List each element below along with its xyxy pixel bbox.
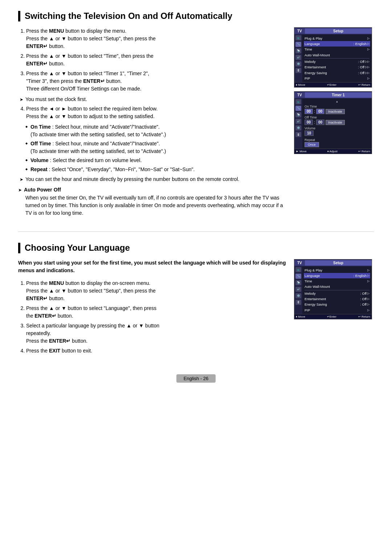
menu-item-plug: Plug & Play ▷: [304, 36, 370, 41]
setup-menu-items: Plug & Play ▷ Language : English ▷ Time: [302, 35, 372, 82]
menu2-item-plug: Plug & Play ▷: [304, 267, 370, 273]
menu2-item-time: Time ▷: [304, 278, 370, 284]
section1-screenshots: TV Setup 📺 🔧 📡 🔊 ⚙️ 🎛: [294, 27, 374, 154]
setup-menu-2-header: TV Setup: [294, 259, 372, 266]
icon-3: 📡: [295, 48, 301, 53]
s2-step-1: Press the MENU button to display the on-…: [26, 279, 287, 302]
section1-title: Switching the Television On and Off Auto…: [18, 11, 374, 21]
timer-menu-title: Timer 1: [332, 93, 344, 97]
section2-instructions: When you start using your set for the fi…: [18, 259, 287, 358]
s2-step-4: Press the EXIT button to exit.: [26, 347, 287, 355]
timer-menu-icons: 📺 🔧 📡 🔊 ⚙️ 🎛: [294, 98, 302, 149]
on-time-row: 00 : 00 Inactivate: [305, 109, 369, 114]
timer-items: ▲ On Time 00 : 00 Inactivate Off Time 00: [302, 98, 372, 149]
setup-menu-footer: ♦ Move ↵Enter ↩ Return: [294, 82, 372, 87]
menu2-item-wall: Auto Wall-Mount: [304, 284, 370, 289]
bullet-list: On Time : Select hour, minute and "Activ…: [18, 123, 287, 173]
section2-steps: Press the MENU button to display the on-…: [18, 279, 287, 355]
icon-2: 🔧: [295, 42, 301, 47]
timer-menu-footer: ► Move ♦ Adjust ↩ Return: [294, 149, 372, 154]
icon2-3: 📡: [295, 280, 301, 285]
menu2-item-energy: Energy Saving : Off ▷: [304, 302, 370, 307]
menu2-divider: [305, 290, 369, 290]
step-4: Press the ◄ or ► button to select the re…: [26, 105, 287, 120]
section2-screenshots: TV Setup 📺 🔧 📡 🔊 ⚙️ 🎛: [294, 259, 374, 319]
repeat-label: Repeat: [305, 138, 369, 142]
timer-menu-header: TV Timer 1: [294, 92, 372, 98]
on-time-btn: Inactivate: [326, 109, 345, 114]
section-divider: [18, 231, 374, 232]
section1-steps: Press the MENU button to display the men…: [18, 27, 287, 93]
bullet-on-time: On Time : Select hour, minute and "Activ…: [25, 123, 287, 138]
timer-menu-screenshot: TV Timer 1 📺 🔧 📡 🔊 ⚙️ 🎛: [294, 91, 372, 154]
menu2-item-entertainment: Entertainment : Off ▷: [304, 296, 370, 302]
section1: Switching the Television On and Off Auto…: [18, 11, 374, 217]
tv-label-2: TV: [294, 92, 305, 98]
icon-5: ⚙️: [295, 61, 301, 67]
off-time-row: 00 : 00 Inactivate: [305, 120, 369, 125]
setup-menu-2-body: 📺 🔧 📡 🔊 ⚙️ 🎛 Plug & Play ▷ Langu: [294, 266, 372, 314]
section2-content: When you start using your set for the fi…: [18, 259, 374, 358]
auto-power-header: Auto Power Off: [18, 187, 287, 193]
section1-instructions: Press the MENU button to display the men…: [18, 27, 287, 217]
setup-menu-body: 📺 🔧 📡 🔊 ⚙️ 🎛 Plug & Play ▷ Langu: [294, 35, 372, 82]
icon2-6: 🎛: [295, 300, 301, 305]
bullet-repeat: Repeat : Select "Once", "Everyday", "Mon…: [25, 166, 287, 173]
tv-label-1: TV: [294, 28, 305, 34]
step-2: Press the ▲ or ▼ button to select "Time"…: [26, 52, 287, 68]
off-time-hour: 00: [305, 120, 313, 125]
icon2-1: 📺: [295, 267, 301, 272]
s2-step-3: Select a particular language by pressing…: [26, 322, 287, 345]
menu2-item-language: Language : English ▷: [304, 273, 370, 278]
bullet-volume: Volume : Select the desired turn on volu…: [25, 157, 287, 164]
timer-icon-1: 📺: [295, 99, 301, 104]
setup-menu-screenshot: TV Setup 📺 🔧 📡 🔊 ⚙️ 🎛: [294, 27, 372, 88]
timer-icon-3: 📡: [295, 112, 301, 117]
tv-label-3: TV: [294, 260, 305, 266]
setup-menu-header: TV Setup: [294, 28, 372, 35]
auto-power-section: Auto Power Off When you set the timer On…: [18, 187, 287, 217]
menu-item-language: Language : English ▷: [304, 41, 370, 47]
setup-menu-title: Setup: [333, 29, 343, 33]
clock-note: You must set the clock first.: [18, 96, 287, 103]
setup-menu-2-title: Setup: [333, 261, 343, 265]
timer-icon-5: ⚙️: [295, 125, 301, 130]
menu-item-wall: Auto Wall-Mount: [304, 52, 370, 58]
off-time-label: Off Time: [305, 116, 369, 119]
icon2-4: 🔊: [295, 287, 301, 292]
page-number: English - 26: [176, 374, 216, 383]
menu-item-entertainment: Entertainment : Off ▷▷: [304, 64, 370, 70]
menu-divider: [305, 58, 369, 59]
step-1: Press the MENU button to display the men…: [26, 27, 287, 50]
timer-icon-4: 🔊: [295, 119, 301, 124]
menu-icons-2: 📺 🔧 📡 🔊 ⚙️ 🎛: [294, 266, 302, 314]
timer-icon-6: 🎛: [295, 132, 301, 137]
on-time-min: 00: [316, 109, 324, 114]
volume-value: 10: [305, 130, 314, 136]
off-time-btn: Inactivate: [326, 120, 345, 125]
number-buttons-note: You can set the hour and minute directly…: [18, 176, 287, 183]
icon-4: 🔊: [295, 55, 301, 60]
timer-menu-body: 📺 🔧 📡 🔊 ⚙️ 🎛 ▲ On Time 00: [294, 98, 372, 149]
setup-menu-2-items: Plug & Play ▷ Language : English ▷ Time: [302, 266, 372, 314]
menu-icons: 📺 🔧 📡 🔊 ⚙️ 🎛: [294, 35, 302, 82]
on-time-hour: 00: [305, 109, 313, 114]
icon2-2: 🔧: [295, 274, 301, 279]
step-3: Press the ▲ or ▼ button to select "Timer…: [26, 70, 287, 93]
icon-6: 🎛: [295, 68, 301, 73]
repeat-value: Once: [305, 142, 319, 147]
menu-item-melody: Melody : Off ▷▷: [304, 59, 370, 64]
page-footer: English - 26: [18, 372, 374, 385]
bullet-off-time: Off Time : Select hour, minute and "Acti…: [25, 140, 287, 155]
menu-item-energy: Energy Saving : Off ▷▷: [304, 70, 370, 76]
s2-step-2: Press the ▲ or ▼ button to select "Langu…: [26, 305, 287, 320]
auto-power-body: When you set the timer On, the TV will e…: [18, 194, 287, 217]
off-time-min: 00: [316, 120, 324, 125]
section2-intro: When you start using your set for the fi…: [18, 259, 287, 274]
icon-1: 📺: [295, 35, 301, 40]
volume-label: Volume: [305, 126, 369, 130]
section2: Choosing Your Language When you start us…: [18, 243, 374, 358]
menu-item-time: Time ▷: [304, 47, 370, 52]
icon2-5: ⚙️: [295, 293, 301, 298]
section2-title: Choosing Your Language: [18, 243, 374, 253]
